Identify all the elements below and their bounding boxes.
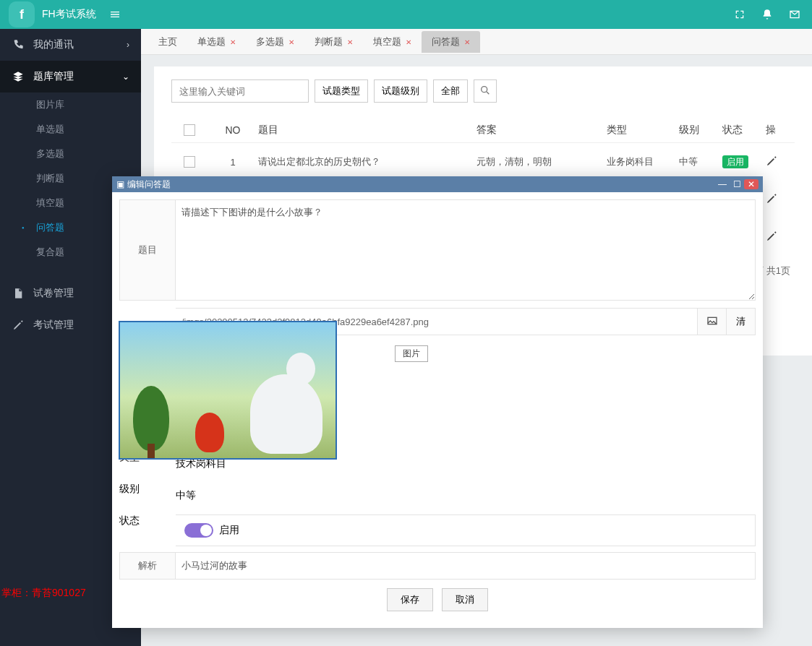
fox-shape [195,413,224,452]
tabs-bar: 主页 单选题✕ 多选题✕ 判断题✕ 填空题✕ 问答题✕ [141,29,812,55]
search-icon [479,85,491,98]
type-filter-button[interactable]: 试题类型 [315,79,368,103]
keyword-input[interactable] [171,79,309,103]
sidebar-label: 题库管理 [33,70,74,83]
chevron-right-icon: › [127,40,129,50]
app-header: f FH考试系统 [0,0,812,29]
dialog-titlebar[interactable]: ▣ 编辑问答题 — ☐ ✕ [112,176,763,192]
save-button[interactable]: 保存 [387,588,433,611]
sidebar-item-contacts[interactable]: 我的通讯 › [0,29,141,61]
edit-icon[interactable] [766,158,777,169]
title-label: 题目 [119,199,176,301]
fullscreen-icon[interactable] [731,6,748,23]
tab-judge[interactable]: 判断题✕ [304,31,363,53]
col-level: 级别 [679,124,722,137]
explain-input[interactable] [176,552,756,580]
level-select[interactable]: 中等 [176,483,196,509]
image-picker-button[interactable] [698,308,727,335]
svg-point-0 [482,86,487,92]
minimize-button[interactable]: — [715,179,730,189]
tab-multi[interactable]: 多选题✕ [246,31,304,53]
sidebar-sub-image-lib[interactable]: 图片库 [0,92,141,117]
close-icon[interactable]: ✕ [347,38,353,46]
sidebar-sub-multi[interactable]: 多选题 [0,142,141,166]
sidebar-label: 试卷管理 [33,287,74,300]
state-text: 启用 [219,524,239,537]
image-preview [119,321,337,460]
app-logo: f [9,1,35,27]
sidebar-label: 我的通讯 [33,38,74,51]
table-row: 1 请说出定都北京的历史朝代？ 元朝，清朝，明朝 业务岗科目 中等 启用 [171,143,795,181]
app-title: FH考试系统 [42,8,96,21]
dialog-title: 编辑问答题 [127,178,171,191]
window-icon: ▣ [116,179,124,189]
mail-icon[interactable] [786,6,803,23]
image-icon [706,315,718,329]
chevron-down-icon: ⌄ [122,72,129,82]
level-label: 级别 [119,483,176,509]
search-button[interactable] [474,79,497,103]
enable-toggle[interactable] [184,523,213,538]
col-answer: 答案 [476,124,607,137]
cancel-button[interactable]: 取消 [442,588,488,611]
status-badge: 启用 [722,155,748,168]
col-op: 操 [766,124,795,137]
close-button[interactable]: ✕ [744,179,758,189]
edit-icon[interactable] [766,233,777,244]
sidebar-item-question-bank[interactable]: 题库管理 ⌄ [0,61,141,92]
sidebar-sub-single[interactable]: 单选题 [0,117,141,142]
level-filter-button[interactable]: 试题级别 [374,79,427,103]
grid-header: NO 题目 答案 类型 级别 状态 操 [171,117,795,143]
col-type: 类型 [607,124,679,137]
select-all-checkbox[interactable] [184,124,195,136]
document-icon [12,287,25,300]
image-tooltip: 图片 [395,345,428,362]
bell-icon[interactable] [758,6,776,23]
close-icon[interactable]: ✕ [464,38,470,46]
title-textarea[interactable] [176,199,756,301]
col-state: 状态 [722,124,766,137]
tab-fill[interactable]: 填空题✕ [363,31,422,53]
close-icon[interactable]: ✕ [230,38,236,46]
row-checkbox[interactable] [184,156,195,168]
phone-icon [12,38,25,51]
horse-shape [250,374,322,454]
state-label: 状态 [119,514,176,546]
tab-single[interactable]: 单选题✕ [187,31,246,53]
sidebar-label: 考试管理 [33,319,74,332]
explain-label: 解析 [119,552,176,580]
hamburger-icon[interactable] [106,6,124,23]
layers-icon [12,70,25,83]
edit-icon [12,319,25,332]
col-title: 题目 [258,124,476,137]
tab-home[interactable]: 主页 [148,31,187,53]
edit-icon[interactable] [766,196,777,207]
close-icon[interactable]: ✕ [289,38,294,46]
maximize-button[interactable]: ☐ [730,179,744,189]
tree-shape [133,386,169,451]
close-icon[interactable]: ✕ [406,38,411,46]
filters: 试题类型 试题级别 全部 [171,79,795,103]
all-filter-button[interactable]: 全部 [433,79,468,103]
col-no: NO [208,124,258,136]
image-clear-button[interactable]: 清 [727,308,756,335]
tab-qa[interactable]: 问答题✕ [422,31,480,53]
